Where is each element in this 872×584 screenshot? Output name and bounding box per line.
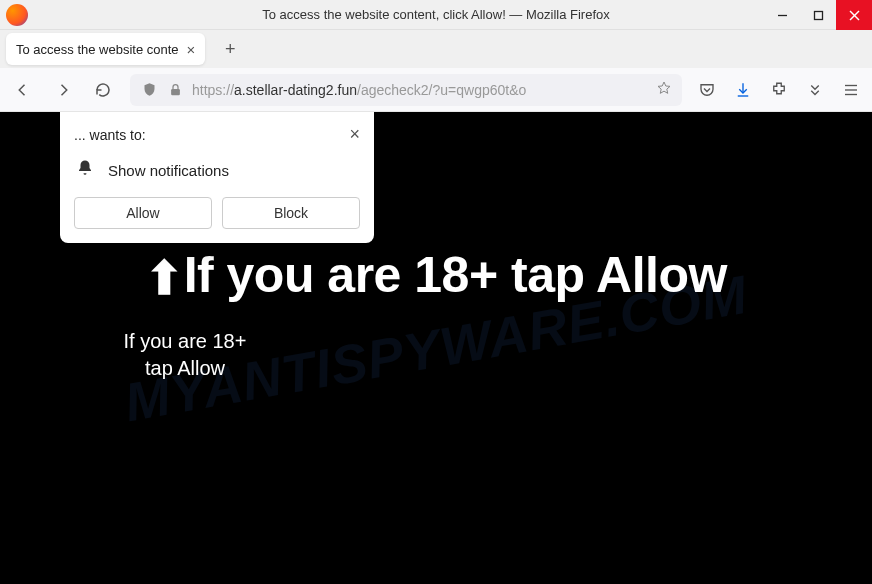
bookmark-star-icon[interactable] xyxy=(656,80,672,100)
dialog-close-icon[interactable]: × xyxy=(349,124,360,145)
firefox-icon xyxy=(6,4,28,26)
url-protocol: https:// xyxy=(192,82,234,98)
svg-rect-1 xyxy=(814,11,822,19)
navigation-toolbar: https://a.stellar-dating2.fun/agecheck2/… xyxy=(0,68,872,112)
url-host: a.stellar-dating2.fun xyxy=(234,82,357,98)
menu-icon[interactable] xyxy=(840,79,862,101)
browser-tab[interactable]: To access the website conte × xyxy=(6,33,205,65)
window-title: To access the website content, click All… xyxy=(262,7,610,22)
dialog-origin: ... wants to: xyxy=(74,127,146,143)
tab-close-icon[interactable]: × xyxy=(187,41,196,58)
overflow-icon[interactable] xyxy=(804,79,826,101)
page-main-text-content: If you are 18+ tap Allow xyxy=(184,247,727,303)
dialog-message-row: Show notifications xyxy=(74,159,360,181)
dialog-header: ... wants to: × xyxy=(74,124,360,145)
new-tab-button[interactable]: + xyxy=(215,34,245,64)
page-content: MYANTISPYWARE.COM ⬆If you are 18+ tap Al… xyxy=(0,112,872,584)
notification-permission-dialog: ... wants to: × Show notifications Allow… xyxy=(60,112,374,243)
bell-icon xyxy=(76,159,94,181)
dialog-message: Show notifications xyxy=(108,162,229,179)
minimize-button[interactable] xyxy=(764,0,800,30)
forward-button[interactable] xyxy=(50,77,76,103)
svg-rect-4 xyxy=(171,89,180,95)
up-arrow-icon: ⬆ xyxy=(145,252,184,304)
page-main-text: ⬆If you are 18+ tap Allow xyxy=(0,248,872,304)
tab-title: To access the website conte xyxy=(16,42,179,57)
extensions-icon[interactable] xyxy=(768,79,790,101)
back-button[interactable] xyxy=(10,77,36,103)
url-text: https://a.stellar-dating2.fun/agecheck2/… xyxy=(192,82,648,98)
url-bar[interactable]: https://a.stellar-dating2.fun/agecheck2/… xyxy=(130,74,682,106)
block-button[interactable]: Block xyxy=(222,197,360,229)
reload-button[interactable] xyxy=(90,77,116,103)
shield-icon[interactable] xyxy=(140,81,158,99)
page-secondary-text: If you are 18+ tap Allow xyxy=(120,328,250,382)
allow-button[interactable]: Allow xyxy=(74,197,212,229)
lock-icon[interactable] xyxy=(166,81,184,99)
window-titlebar: To access the website content, click All… xyxy=(0,0,872,30)
pocket-icon[interactable] xyxy=(696,79,718,101)
maximize-button[interactable] xyxy=(800,0,836,30)
close-button[interactable] xyxy=(836,0,872,30)
window-controls xyxy=(764,0,872,30)
tab-bar: To access the website conte × + xyxy=(0,30,872,68)
dialog-buttons: Allow Block xyxy=(74,197,360,229)
svg-marker-5 xyxy=(658,82,670,93)
download-icon[interactable] xyxy=(732,79,754,101)
url-path: /agecheck2/?u=qwgp60t&o xyxy=(357,82,526,98)
